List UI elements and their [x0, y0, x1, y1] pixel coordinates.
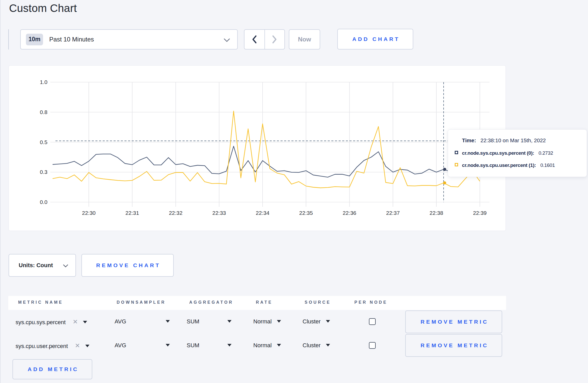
caret-down-icon — [227, 344, 232, 346]
per-node-checkbox[interactable] — [369, 318, 376, 325]
x-tick-label: 22:33 — [212, 210, 226, 216]
col-rate: RATE — [256, 300, 272, 305]
x-tick-label: 22:39 — [473, 210, 487, 216]
add-metric-button[interactable]: ADD METRIC — [12, 359, 92, 379]
rate-dropdown[interactable]: Normal — [253, 342, 281, 349]
page-title: Custom Chart — [9, 2, 77, 15]
chevron-down-icon — [63, 264, 68, 268]
rate-dropdown[interactable]: Normal — [253, 318, 281, 325]
tooltip-time-label: Time: — [462, 137, 476, 143]
now-button[interactable]: Now — [289, 29, 320, 49]
chevron-down-icon — [223, 38, 230, 42]
next-range-button[interactable] — [264, 30, 284, 49]
y-tick-label: 0.8 — [40, 109, 47, 115]
x-tick-label: 22:36 — [343, 210, 356, 216]
y-tick-label: 0.5 — [40, 139, 47, 145]
x-tick-label: 22:32 — [169, 210, 183, 216]
tooltip-time-row: Time:22:38:10 on Mar 15th, 2022 — [462, 137, 546, 144]
x-tick-label: 22:37 — [386, 210, 400, 216]
metrics-table-header: METRIC NAME DOWNSAMPLER AGGREGATOR RATE … — [8, 296, 506, 310]
y-tick-label: 1.0 — [40, 79, 47, 85]
controls-left-divider — [8, 29, 9, 49]
caret-down-icon — [227, 320, 232, 323]
chart-panel: 0.00.30.50.81.022:3022:3122:3222:3322:34… — [9, 65, 506, 231]
aggregator-dropdown[interactable]: SUM — [187, 342, 232, 349]
source-dropdown[interactable]: Cluster — [303, 342, 330, 349]
units-dropdown[interactable]: Units: Count — [9, 254, 76, 277]
remove-metric-button[interactable]: REMOVE METRIC — [405, 310, 502, 333]
clear-metric-icon[interactable]: ✕ — [75, 342, 80, 349]
tooltip-sys-label: cr.node.sys.cpu.sys.percent (0): — [462, 150, 534, 156]
chevron-left-icon — [252, 35, 257, 44]
user-series-swatch-icon — [455, 163, 458, 166]
chevron-right-icon — [272, 35, 277, 44]
caret-down-icon — [83, 321, 87, 323]
prev-range-button[interactable] — [244, 30, 264, 49]
downsampler-dropdown[interactable]: AVG — [115, 342, 170, 349]
source-dropdown[interactable]: Cluster — [303, 318, 330, 325]
line-chart[interactable]: 0.00.30.50.81.022:3022:3122:3222:3322:34… — [9, 66, 506, 231]
caret-down-icon — [85, 345, 89, 347]
series-line — [53, 146, 480, 177]
timescale-label: Past 10 Minutes — [49, 36, 94, 43]
remove-metric-button[interactable]: REMOVE METRIC — [405, 334, 502, 357]
col-downsampler: DOWNSAMPLER — [117, 300, 166, 305]
x-tick-label: 22:35 — [299, 210, 313, 216]
timescale-dropdown[interactable]: 10m Past 10 Minutes — [20, 29, 238, 49]
x-tick-label: 22:38 — [430, 210, 443, 216]
clear-metric-icon[interactable]: ✕ — [73, 318, 78, 325]
per-node-checkbox[interactable] — [369, 342, 376, 349]
x-tick-label: 22:31 — [125, 210, 139, 216]
add-chart-button[interactable]: ADD CHART — [337, 29, 413, 49]
caret-down-icon — [326, 344, 330, 346]
tooltip-user-value: 0.1601 — [540, 162, 555, 168]
sys-hover-dot — [443, 168, 446, 171]
caret-down-icon — [326, 320, 330, 323]
timescale-arrows — [244, 29, 285, 49]
chart-hover-tooltip: Time:22:38:10 on Mar 15th, 2022 cr.node.… — [448, 129, 587, 177]
units-label: Units: Count — [19, 262, 53, 269]
metric-name-dropdown[interactable]: sys.cpu.user.percent✕ — [16, 342, 89, 350]
col-per-node: PER NODE — [354, 300, 388, 305]
downsampler-dropdown[interactable]: AVG — [115, 318, 170, 325]
caret-down-icon — [166, 344, 170, 346]
x-tick-label: 22:34 — [256, 210, 270, 216]
tooltip-user-row: cr.node.sys.cpu.user.percent (1):0.1601 — [462, 162, 555, 168]
tooltip-user-label: cr.node.sys.cpu.user.percent (1): — [462, 162, 536, 168]
caret-down-icon — [277, 320, 281, 323]
col-source: SOURCE — [305, 300, 331, 305]
tooltip-time-value: 22:38:10 on Mar 15th, 2022 — [480, 137, 546, 143]
y-tick-label: 0.3 — [40, 169, 47, 175]
tooltip-sys-value: 0.2732 — [538, 150, 553, 156]
col-aggregator: AGGREGATOR — [189, 300, 233, 305]
series-line — [53, 111, 480, 188]
caret-down-icon — [277, 344, 281, 346]
x-tick-label: 22:30 — [82, 210, 96, 216]
y-tick-label: 0.0 — [40, 199, 47, 205]
aggregator-dropdown[interactable]: SUM — [187, 318, 232, 325]
timescale-badge: 10m — [26, 34, 43, 45]
caret-down-icon — [166, 320, 170, 323]
tooltip-sys-row: cr.node.sys.cpu.sys.percent (0):0.2732 — [462, 150, 553, 156]
col-metric-name: METRIC NAME — [18, 300, 63, 305]
user-hover-dot — [443, 181, 446, 185]
sys-series-swatch-icon — [455, 151, 458, 154]
metric-name-dropdown[interactable]: sys.cpu.sys.percent✕ — [16, 318, 87, 326]
remove-chart-button[interactable]: REMOVE CHART — [81, 254, 174, 277]
